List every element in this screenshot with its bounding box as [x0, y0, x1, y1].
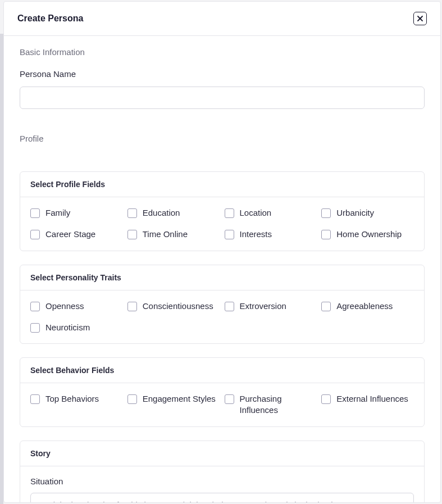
profile-fields-card: Select Profile Fields Family Education L…: [20, 171, 425, 251]
checkbox-box[interactable]: [225, 208, 234, 218]
checkbox-conscientiousness[interactable]: Conscientiousness: [127, 301, 220, 312]
checkbox-label: Time Online: [143, 229, 188, 240]
basic-info-section-label: Basic Information: [20, 47, 425, 57]
checkbox-label: Conscientiousness: [143, 301, 213, 312]
left-edge-strip: [0, 34, 3, 504]
checkbox-label: Openness: [45, 301, 84, 312]
checkbox-box[interactable]: [30, 230, 40, 239]
checkbox-career-stage[interactable]: Career Stage: [30, 229, 123, 240]
checkbox-education[interactable]: Education: [127, 207, 220, 219]
checkbox-box[interactable]: [127, 394, 137, 404]
close-button[interactable]: [413, 12, 427, 25]
persona-name-label: Persona Name: [20, 69, 425, 79]
checkbox-location[interactable]: Location: [225, 207, 317, 219]
checkbox-label: Family: [45, 207, 70, 219]
story-card: Story Situation: [20, 441, 425, 503]
personality-traits-card-title: Select Personality Traits: [20, 265, 424, 290]
close-icon: [417, 15, 423, 22]
checkbox-box[interactable]: [225, 302, 234, 311]
checkbox-label: Urbanicity: [336, 207, 374, 219]
checkbox-box[interactable]: [127, 208, 137, 218]
checkbox-label: Home Ownership: [336, 229, 402, 240]
modal-header: Create Persona: [4, 2, 440, 36]
checkbox-box[interactable]: [127, 302, 137, 311]
checkbox-openness[interactable]: Openness: [30, 301, 123, 312]
checkbox-neuroticism[interactable]: Neuroticism: [30, 322, 123, 333]
checkbox-box[interactable]: [321, 302, 331, 311]
checkbox-external-influences[interactable]: External Influences: [321, 393, 414, 416]
checkbox-agreeableness[interactable]: Agreeableness: [321, 301, 414, 312]
checkbox-label: Neuroticism: [45, 322, 90, 333]
checkbox-box[interactable]: [321, 394, 331, 404]
profile-fields-card-title: Select Profile Fields: [20, 172, 424, 197]
checkbox-label: Career Stage: [45, 229, 95, 240]
checkbox-label: External Influences: [336, 393, 408, 405]
checkbox-box[interactable]: [127, 230, 137, 239]
checkbox-label: Purchasing Influences: [240, 393, 317, 416]
story-card-title: Story: [20, 441, 424, 466]
behavior-fields-card: Select Behavior Fields Top Behaviors Eng…: [20, 357, 425, 427]
checkbox-box[interactable]: [30, 323, 40, 333]
checkbox-box[interactable]: [30, 208, 40, 218]
situation-textarea[interactable]: [30, 493, 414, 503]
create-persona-modal: Create Persona Basic Information Persona…: [3, 1, 441, 503]
checkbox-label: Education: [143, 207, 180, 219]
profile-section-label: Profile: [20, 134, 425, 143]
modal-title: Create Persona: [17, 13, 83, 24]
checkbox-interests[interactable]: Interests: [225, 229, 317, 240]
checkbox-home-ownership[interactable]: Home Ownership: [321, 229, 414, 240]
checkbox-box[interactable]: [225, 394, 234, 404]
checkbox-box[interactable]: [321, 230, 331, 239]
checkbox-purchasing-influences[interactable]: Purchasing Influences: [225, 393, 317, 416]
checkbox-label: Location: [240, 207, 272, 219]
profile-fields-grid: Family Education Location Urbanicity: [30, 207, 414, 240]
checkbox-label: Interests: [240, 229, 272, 240]
personality-traits-card: Select Personality Traits Openness Consc…: [20, 265, 425, 344]
checkbox-label: Top Behaviors: [45, 393, 99, 405]
checkbox-top-behaviors[interactable]: Top Behaviors: [30, 393, 123, 416]
checkbox-label: Extroversion: [240, 301, 286, 312]
checkbox-label: Agreeableness: [336, 301, 393, 312]
behavior-fields-grid: Top Behaviors Engagement Styles Purchasi…: [30, 393, 414, 416]
checkbox-box[interactable]: [225, 230, 234, 239]
situation-label: Situation: [30, 476, 414, 486]
checkbox-label: Engagement Styles: [143, 393, 216, 405]
checkbox-family[interactable]: Family: [30, 207, 123, 219]
checkbox-extroversion[interactable]: Extroversion: [225, 301, 317, 312]
personality-traits-grid: Openness Conscientiousness Extroversion …: [30, 301, 414, 334]
checkbox-box[interactable]: [30, 302, 40, 311]
checkbox-box[interactable]: [321, 208, 331, 218]
persona-name-input[interactable]: [20, 87, 425, 109]
behavior-fields-card-title: Select Behavior Fields: [20, 358, 424, 383]
modal-body: Basic Information Persona Name Profile S…: [4, 36, 440, 502]
checkbox-box[interactable]: [30, 394, 40, 404]
checkbox-urbanicity[interactable]: Urbanicity: [321, 207, 414, 219]
checkbox-time-online[interactable]: Time Online: [127, 229, 220, 240]
checkbox-engagement-styles[interactable]: Engagement Styles: [127, 393, 220, 416]
